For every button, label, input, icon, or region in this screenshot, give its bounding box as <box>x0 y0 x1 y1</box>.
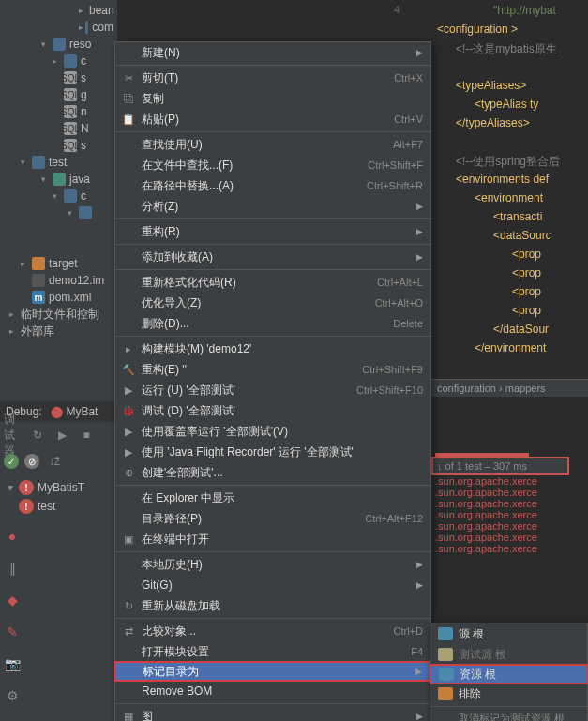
menu-item[interactable]: 🔨重构(E) ''Ctrl+Shift+F9 <box>115 359 430 380</box>
submenu-item[interactable]: 源 根 <box>430 623 587 644</box>
tree-item[interactable]: ▸c <box>0 53 117 69</box>
edit-icon[interactable]: ✎ <box>4 624 21 641</box>
tree-item[interactable]: ▸com <box>0 19 117 36</box>
console-line: .sun.org.apache.xerce <box>431 509 588 520</box>
menu-item[interactable]: 重新格式化代码(R)Ctrl+Alt+L <box>115 272 430 293</box>
code-editor[interactable]: "http://mybat<configuration ><!--这是mybat… <box>431 0 588 380</box>
menu-item[interactable]: ⇄比较对象...Ctrl+D <box>115 621 430 641</box>
test-results-tree[interactable]: ▾!MyBatisT!test <box>0 474 117 519</box>
pause-icon[interactable]: ‖ <box>4 561 21 578</box>
debug-panel: Debug: ⬤ MyBat 调试器 ↻ ▶ ■ ✓ ⊘ ↓ž ▾!MyBati… <box>0 401 117 519</box>
menu-item[interactable]: 打开模块设置F4 <box>115 641 430 662</box>
settings-icon[interactable]: ⚙ <box>4 688 21 705</box>
tree-item[interactable]: ▸target <box>0 255 117 272</box>
tree-item[interactable]: SQLg <box>0 86 117 103</box>
menu-item[interactable]: 查找使用(U)Alt+F7 <box>115 134 430 155</box>
reload-icon[interactable]: ↻ <box>28 426 47 444</box>
pass-filter-icon[interactable]: ✓ <box>4 454 19 469</box>
stop-icon[interactable]: ■ <box>77 426 96 444</box>
tree-item[interactable]: ▾c <box>0 188 117 204</box>
test-output-console: ↓ of 1 test – 307 ms .sun.org.apache.xer… <box>431 450 588 638</box>
tree-item[interactable]: mpom.xml <box>0 289 117 306</box>
menu-item[interactable]: 删除(D)...Delete <box>115 313 430 334</box>
menu-item[interactable]: 标记目录为▶ <box>114 661 431 682</box>
test-summary: ↓ of 1 test – 307 ms <box>431 457 569 475</box>
debug-tab[interactable]: 调试器 <box>4 426 23 444</box>
menu-item[interactable]: 添加到收藏(A)▶ <box>115 247 430 267</box>
ignore-filter-icon[interactable]: ⊘ <box>24 454 39 469</box>
menu-item[interactable]: ⿻复制 <box>115 88 430 109</box>
tree-item[interactable] <box>0 238 117 255</box>
submenu-item[interactable]: 资源 根 <box>430 664 588 684</box>
marker-icon[interactable]: ◆ <box>4 593 21 609</box>
submenu-item[interactable]: 测试源 根 <box>430 644 587 665</box>
submenu-hint[interactable]: 取消标记为测试资源 根 <box>430 709 587 721</box>
tree-item[interactable]: SQLn <box>0 103 117 120</box>
tree-item[interactable]: ▾test <box>0 154 117 171</box>
menu-item[interactable]: 优化导入(Z)Ctrl+Alt+O <box>115 293 430 313</box>
menu-item[interactable]: ▶使用 'Java Flight Recorder' 运行 '全部测试' <box>115 442 430 462</box>
breakpoint-icon[interactable]: ● <box>4 529 21 546</box>
console-line: .sun.org.apache.xerce <box>431 475 588 487</box>
console-line: .sun.org.apache.xerce <box>431 487 588 498</box>
menu-item[interactable]: 重构(R)▶ <box>115 221 430 242</box>
menu-item[interactable]: ▶使用覆盖率运行 '全部测试'(V) <box>115 421 430 442</box>
tree-item[interactable]: ▸外部库 <box>0 323 117 339</box>
console-line: .sun.org.apache.xerce <box>431 543 588 554</box>
menu-item[interactable]: ⊕创建'全部测试'... <box>115 462 430 483</box>
menu-item[interactable]: ✂剪切(T)Ctrl+X <box>115 68 430 88</box>
fail-icon: ! <box>19 499 34 514</box>
menu-item[interactable]: 📋粘贴(P)Ctrl+V <box>115 109 430 129</box>
submenu-item[interactable]: 排除 <box>430 683 587 704</box>
tree-item[interactable]: SQLs <box>0 69 117 86</box>
line-number: 4 <box>394 4 400 15</box>
menu-item[interactable]: Remove BOM <box>115 681 430 701</box>
breadcrumb-item[interactable]: mappers <box>505 383 546 394</box>
console-line: .sun.org.apache.xerce <box>431 532 588 543</box>
console-line: .sun.org.apache.xerce <box>431 498 588 509</box>
breadcrumb-item[interactable]: configuration <box>437 383 496 394</box>
tree-item[interactable]: ▾reso <box>0 36 117 53</box>
tree-item[interactable]: demo12.im <box>0 272 117 289</box>
menu-item[interactable]: 分析(Z)▶ <box>115 196 430 217</box>
tree-item[interactable]: SQLs <box>0 137 117 154</box>
debug-toolbar: 调试器 ↻ ▶ ■ <box>0 422 117 448</box>
camera-icon[interactable]: 📷 <box>4 656 21 673</box>
tree-item[interactable]: ▸临时文件和控制 <box>0 306 117 323</box>
menu-item[interactable]: 在路径中替换...(A)Ctrl+Shift+R <box>115 175 430 196</box>
menu-item[interactable]: ▸构建模块(M) 'demo12' <box>115 338 430 359</box>
debug-app: MyBat <box>66 405 98 418</box>
menu-item[interactable]: ↻重新从磁盘加载 <box>115 595 430 616</box>
tree-item[interactable]: ▸bean <box>0 2 117 19</box>
menu-item[interactable]: ▦图▶ <box>115 706 430 721</box>
menu-item[interactable]: 目录路径(P)Ctrl+Alt+F12 <box>115 508 430 529</box>
tree-item[interactable] <box>0 221 117 238</box>
console-line: .sun.org.apache.xerce <box>431 520 588 532</box>
menu-item[interactable]: ▣在终端中打开 <box>115 529 430 549</box>
sort-icon[interactable]: ↓ž <box>45 452 64 471</box>
project-tree[interactable]: ▸bean▸com▾reso▸cSQLsSQLgSQLnSQLNSQLs▾tes… <box>0 0 117 341</box>
menu-item[interactable]: 在文件中查找...(F)Ctrl+Shift+F <box>115 155 430 175</box>
menu-item[interactable]: 新建(N)▶ <box>115 42 430 63</box>
run-icon[interactable]: ▶ <box>53 426 71 444</box>
fail-icon: ! <box>19 480 34 495</box>
menu-item[interactable]: Git(G)▶ <box>115 575 430 595</box>
editor-breadcrumb[interactable]: configuration › mappers <box>431 379 588 397</box>
test-result-item[interactable]: !test <box>4 497 113 516</box>
menu-item[interactable]: 在 Explorer 中显示 <box>115 488 430 508</box>
tree-item[interactable]: SQLN <box>0 120 117 137</box>
tree-item[interactable]: ▾java <box>0 171 117 188</box>
left-gutter-icons: ● ‖ ◆ ✎ 📷 ⚙ <box>0 525 23 709</box>
context-menu: 新建(N)▶✂剪切(T)Ctrl+X⿻复制📋粘贴(P)Ctrl+V查找使用(U)… <box>114 41 431 721</box>
menu-item[interactable]: ▶运行 (U) '全部测试'Ctrl+Shift+F10 <box>115 380 430 400</box>
mark-directory-submenu: 源 根测试源 根资源 根排除取消标记为测试资源 根 <box>430 623 588 721</box>
test-result-item[interactable]: ▾!MyBatisT <box>4 478 113 497</box>
menu-item[interactable]: 🐞调试 (D) '全部测试' <box>115 400 430 421</box>
menu-item[interactable]: 本地历史(H)▶ <box>115 554 430 575</box>
tree-item[interactable]: ▾ <box>0 204 117 221</box>
